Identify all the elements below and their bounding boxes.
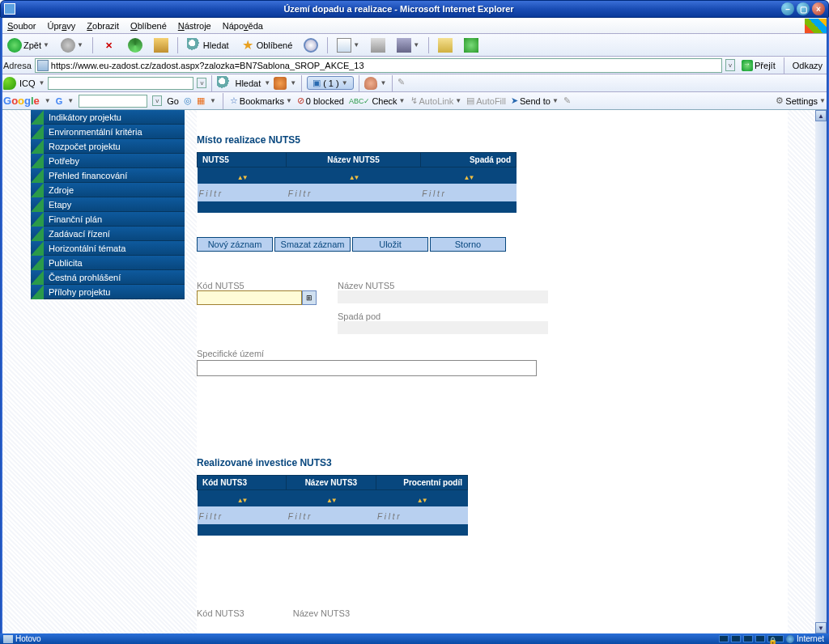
main-area: Místo realizace NUTS5 NUTS5 Název NUTS5 …	[197, 110, 788, 633]
sort-arrows-icon[interactable]: ▲▼	[326, 497, 336, 504]
col-nuts5[interactable]: NUTS5	[198, 153, 287, 167]
google-search-input[interactable]	[79, 95, 147, 108]
messenger-button[interactable]	[460, 36, 483, 54]
tray-pane[interactable]	[755, 635, 765, 642]
pencil-icon[interactable]: ✎	[397, 77, 410, 90]
links-label[interactable]: Odkazy	[789, 61, 826, 70]
go-button[interactable]: Přejít	[738, 60, 779, 71]
back-button[interactable]: Zpět▼	[3, 36, 53, 54]
save-button[interactable]: Uložit	[352, 237, 428, 252]
col-nazev-nuts3[interactable]: Název NUTS3	[287, 476, 376, 490]
sort-arrows-icon[interactable]: ▲▼	[417, 497, 427, 504]
rss-icon[interactable]: ▦	[197, 95, 205, 106]
lookup-button[interactable]: ⊞	[302, 290, 317, 305]
popup-blocked-button[interactable]: ⊘0 blocked	[297, 95, 344, 106]
autofill-button[interactable]: ▤AutoFill	[466, 95, 506, 106]
tray-pane[interactable]	[731, 635, 741, 642]
sidebar-item[interactable]: Publicita	[31, 256, 185, 270]
filter-input[interactable]	[377, 512, 466, 521]
person-icon[interactable]	[364, 77, 377, 90]
refresh-button[interactable]	[124, 36, 147, 54]
dropdown-icon[interactable]: v	[197, 78, 206, 88]
scroll-track[interactable]	[815, 121, 827, 622]
delete-record-button[interactable]: Smazat záznam	[274, 237, 351, 252]
scroll-down-button[interactable]: ▼	[815, 622, 827, 633]
icq-search-label[interactable]: Hledat	[235, 78, 261, 88]
sidebar-item[interactable]: Čestná prohlášení	[31, 270, 185, 285]
autolink-button[interactable]: ↯AutoLink▼	[410, 95, 462, 106]
sidebar-item[interactable]: Rozpočet projektu	[31, 139, 185, 154]
col-procent[interactable]: Procentní podíl	[376, 476, 468, 490]
sidebar-item[interactable]: Přílohy projektu	[31, 285, 185, 299]
menu-favorites[interactable]: Oblíbené	[125, 19, 172, 32]
col-spada[interactable]: Spadá pod	[420, 153, 516, 167]
sort-arrows-icon[interactable]: ▲▼	[349, 174, 359, 181]
sidebar-item[interactable]: Horizontální témata	[31, 241, 185, 256]
sort-arrows-icon[interactable]: ▲▼	[237, 174, 247, 181]
folder-button[interactable]	[434, 36, 457, 54]
print-button[interactable]	[367, 36, 389, 54]
icq-extra-icon[interactable]	[274, 77, 287, 90]
favorites-button[interactable]: ★Oblíbené	[236, 36, 297, 54]
dropdown-icon[interactable]: ▼	[39, 79, 45, 87]
forward-button[interactable]: ▼	[57, 36, 87, 54]
menu-tools[interactable]: Nástroje	[172, 19, 217, 32]
sort-arrows-icon[interactable]: ▲▼	[237, 497, 247, 504]
sidebar-item[interactable]: Indikátory projektu	[31, 110, 185, 125]
google-toolbar: Google▼ G▼ v Go ◎ ▦▼ ☆Bookmarks▼ ⊘0 bloc…	[0, 92, 829, 110]
col-kod-nuts3[interactable]: Kód NUTS3	[198, 476, 287, 490]
kod-nuts5-input[interactable]	[197, 290, 302, 305]
address-dropdown-icon[interactable]: v	[725, 59, 735, 71]
highlight-icon[interactable]: ✎	[563, 95, 571, 106]
sidebar-item[interactable]: Environmentální kritéria	[31, 125, 185, 139]
filter-input[interactable]	[422, 189, 514, 198]
tray-pane[interactable]	[719, 635, 729, 642]
google-go-button[interactable]: Go	[167, 96, 179, 106]
close-button[interactable]: ×	[812, 2, 825, 15]
filter-input[interactable]	[288, 512, 374, 521]
filter-input[interactable]	[288, 189, 419, 198]
filter-input[interactable]	[199, 512, 285, 521]
menu-view[interactable]: Zobrazit	[81, 19, 125, 32]
search-button[interactable]: Hledat	[183, 36, 233, 54]
sidebar-item[interactable]: Potřeby	[31, 154, 185, 168]
spec-uzemi-input[interactable]	[197, 360, 537, 376]
bookmarks-button[interactable]: ☆Bookmarks▼	[230, 95, 292, 106]
maximize-button[interactable]: ▢	[797, 2, 810, 15]
tray-pane[interactable]: 🔒	[767, 635, 784, 642]
sendto-button[interactable]: ➤Send to▼	[511, 95, 559, 106]
check-button[interactable]: ABC✓Check▼	[349, 96, 406, 106]
target-icon[interactable]: ◎	[184, 95, 192, 106]
menu-edit[interactable]: Úpravy	[41, 19, 81, 32]
scroll-up-button[interactable]: ▲	[815, 110, 827, 121]
home-button[interactable]	[150, 36, 172, 54]
status-bar: Hotovo 🔒 Internet	[0, 633, 829, 644]
tab-counter[interactable]: ▣( 1 )▼	[307, 76, 353, 90]
stop-button[interactable]: ✕	[98, 36, 121, 54]
sort-arrows-icon[interactable]: ▲▼	[463, 174, 473, 181]
sidebar-item[interactable]: Přehled financování	[31, 168, 185, 183]
filter-input[interactable]	[199, 189, 285, 198]
new-record-button[interactable]: Nový záznam	[197, 237, 273, 252]
sidebar-item[interactable]: Zadávací řízení	[31, 227, 185, 241]
menu-file[interactable]: Soubor	[2, 19, 41, 32]
sidebar-item[interactable]: Finanční plán	[31, 212, 185, 227]
minimize-button[interactable]: –	[781, 2, 794, 15]
sidebar-item[interactable]: Etapy	[31, 197, 185, 212]
sidebar-item[interactable]: Zdroje	[31, 183, 185, 197]
menu-help[interactable]: Nápověda	[217, 19, 269, 32]
dropdown-icon[interactable]: ▼	[67, 97, 74, 104]
tray-pane[interactable]	[743, 635, 753, 642]
edit-button[interactable]: ▼	[393, 36, 423, 54]
history-button[interactable]	[300, 36, 322, 54]
vertical-scrollbar[interactable]: ▲ ▼	[815, 110, 827, 633]
icq-search-input[interactable]	[48, 77, 193, 90]
url-field[interactable]: https://www.eu-zadost.cz/zadost.aspx?zal…	[35, 58, 722, 73]
icq-toolbar: ICQ▼ v Hledat▼ ▼ ▣( 1 )▼ ▼ ✎	[0, 74, 829, 92]
mail-button[interactable]: ▼	[333, 36, 363, 54]
col-nazev[interactable]: Název NUTS5	[287, 153, 420, 167]
cancel-button[interactable]: Storno	[430, 237, 506, 252]
dropdown-icon[interactable]: ▼	[45, 97, 51, 104]
settings-button[interactable]: ⚙Settings▼	[776, 95, 826, 106]
dropdown-icon[interactable]: v	[152, 95, 162, 106]
